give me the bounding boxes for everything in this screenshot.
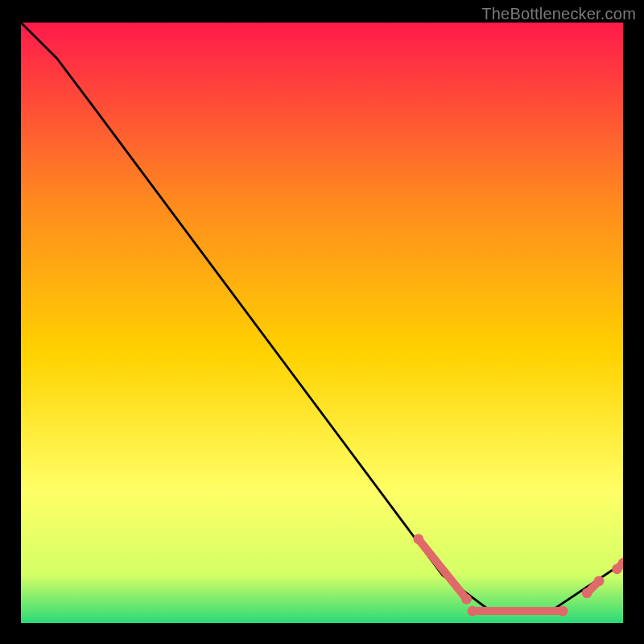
highlight-dot — [594, 576, 605, 586]
highlight-dot — [558, 606, 568, 617]
gradient-background — [21, 23, 623, 623]
highlight-dot — [413, 534, 423, 544]
highlight-dot — [461, 594, 472, 605]
attribution-text: TheBottlenecker.com — [481, 5, 636, 23]
highlight-dot — [582, 588, 592, 598]
chart-stage: TheBottlenecker.com — [0, 0, 644, 644]
highlight-dot — [468, 606, 478, 617]
plot-area — [21, 23, 623, 623]
chart-svg — [21, 23, 623, 623]
